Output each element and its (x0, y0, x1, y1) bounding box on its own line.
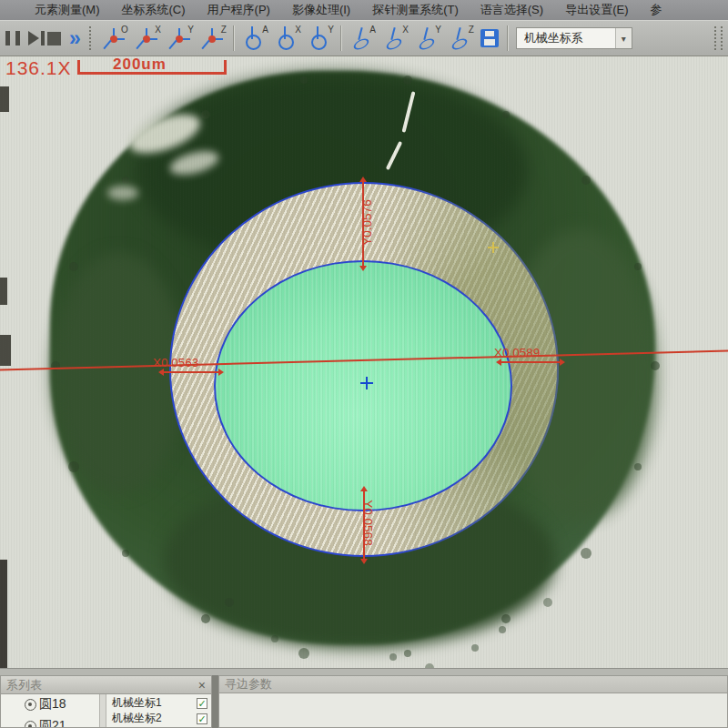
pause-icon (5, 31, 20, 46)
circle-element-icon (25, 721, 36, 728)
save-button[interactable] (480, 29, 499, 47)
arrowhead-icon (158, 369, 164, 376)
edge-params-panel: 寻边参数 (218, 675, 728, 728)
coord-row-2[interactable]: 机械坐标2 ✓ (112, 711, 207, 726)
series-list-header: 系列表 × (0, 675, 212, 694)
rotate-a-button[interactable]: A (242, 25, 267, 52)
menu-export-settings[interactable]: 导出设置(E) (554, 2, 639, 18)
toolbar-drag-handle[interactable] (89, 26, 94, 50)
menu-language[interactable]: 语言选择(S) (470, 2, 554, 18)
double-chevron-icon: » (69, 29, 81, 47)
series-list-body: 圆18 圆21 机械坐标1 ✓ 机械坐标2 ✓ (0, 694, 212, 728)
tilt-a-button[interactable]: A (349, 25, 374, 52)
image-edge-artifact (0, 560, 7, 668)
toolbar: » O X Y Z A X Y A X Y Z (0, 20, 728, 56)
menu-params-clipped[interactable]: 参 (639, 2, 672, 18)
step-forward-icon (28, 31, 39, 46)
measure-span-right (501, 361, 560, 363)
menu-bar: 元素测量(M) 坐标系统(C) 用户程序(P) 影像处理(I) 探针测量系统(T… (0, 0, 728, 20)
measure-span-left (164, 371, 218, 373)
arrowhead-icon (496, 359, 501, 366)
element-column: 圆18 圆21 (1, 694, 99, 727)
tilt-z-button[interactable]: Z (448, 25, 472, 52)
camera-viewport[interactable]: Y0.0576 Y0.0568 X0.0563 X0.0589 136.1X 2… (0, 56, 728, 668)
coordinate-column: 机械坐标1 ✓ 机械坐标2 ✓ (106, 694, 211, 727)
edge-params-header: 寻边参数 (218, 675, 728, 693)
close-icon[interactable]: × (198, 679, 206, 692)
edge-params-title: 寻边参数 (225, 676, 272, 693)
coordinate-system-value: 机械坐标系 (524, 30, 583, 46)
rotate-x-button[interactable]: X (275, 25, 299, 52)
circle-element-icon (25, 699, 36, 711)
image-edge-artifact (0, 86, 9, 112)
set-origin-o-button[interactable]: O (102, 25, 126, 52)
stop-icon (47, 32, 61, 46)
magnification-readout: 136.1X (5, 57, 72, 79)
coordinate-system-dropdown[interactable]: 机械坐标系 ▾ (516, 27, 632, 49)
coord-label: 机械坐标1 (112, 695, 162, 711)
arrowhead-icon (218, 369, 224, 376)
scale-bar: 200um (77, 60, 227, 75)
set-origin-x-button[interactable]: X (135, 25, 159, 52)
element-label: 圆21 (39, 718, 66, 728)
measurement-label-top: Y0.0576 (360, 187, 374, 259)
coord-row-1[interactable]: 机械坐标1 ✓ (112, 695, 207, 711)
menu-probe-system[interactable]: 探针测量系统(T) (361, 2, 470, 18)
column-divider (99, 694, 106, 727)
stop-button[interactable] (47, 32, 61, 46)
expand-button[interactable]: » (69, 29, 81, 47)
measurement-label-right: X0.0589 (494, 346, 540, 359)
image-edge-artifact (0, 335, 11, 366)
measurement-label-left: X0.0563 (153, 356, 198, 369)
checkbox-checked-icon[interactable]: ✓ (197, 713, 207, 724)
pause-button[interactable] (5, 31, 20, 46)
inner-measured-circle (214, 260, 512, 511)
rotate-y-button[interactable]: Y (308, 25, 332, 52)
measurement-label-bottom: Y0.0568 (361, 487, 375, 560)
edge-params-body (218, 693, 728, 728)
toolbar-separator (233, 25, 234, 51)
scale-bar-label: 200um (113, 56, 167, 74)
checkbox-checked-icon[interactable]: ✓ (197, 698, 207, 709)
toolbar-separator (340, 25, 341, 51)
element-label: 圆18 (39, 696, 66, 713)
menu-coordinate-system[interactable]: 坐标系统(C) (111, 2, 197, 18)
tilt-y-button[interactable]: Y (415, 25, 440, 52)
arrowhead-icon (360, 559, 368, 564)
set-origin-y-button[interactable]: Y (167, 25, 192, 52)
coord-label: 机械坐标2 (112, 711, 162, 726)
step-button[interactable] (28, 31, 39, 46)
image-edge-artifact (0, 278, 7, 305)
arrowhead-icon (560, 359, 565, 366)
chevron-down-icon[interactable]: ▾ (615, 28, 632, 48)
list-item-circle21[interactable]: 圆21 (25, 716, 99, 728)
series-list-panel: 系列表 × 圆18 圆21 机械坐标1 ✓ 机械坐标2 ✓ (0, 675, 212, 728)
specimen-edge-speckles (0, 56, 4, 60)
save-icon (480, 29, 499, 47)
toolbar-overflow-handle[interactable] (714, 26, 723, 50)
tilt-x-button[interactable]: X (382, 25, 407, 52)
panel-gap (212, 675, 218, 728)
series-list-title: 系列表 (6, 677, 42, 693)
arrowhead-icon (359, 177, 367, 182)
toolbar-separator (507, 25, 508, 51)
menu-user-program[interactable]: 用户程序(P) (197, 2, 281, 18)
list-item-circle18[interactable]: 圆18 (25, 694, 99, 714)
specimen-highlight (107, 186, 138, 200)
set-origin-z-button[interactable]: Z (200, 25, 225, 52)
menu-element-measure[interactable]: 元素测量(M) (24, 2, 111, 18)
menu-image-processing[interactable]: 影像处理(I) (281, 2, 361, 18)
arrowhead-icon (359, 266, 367, 271)
